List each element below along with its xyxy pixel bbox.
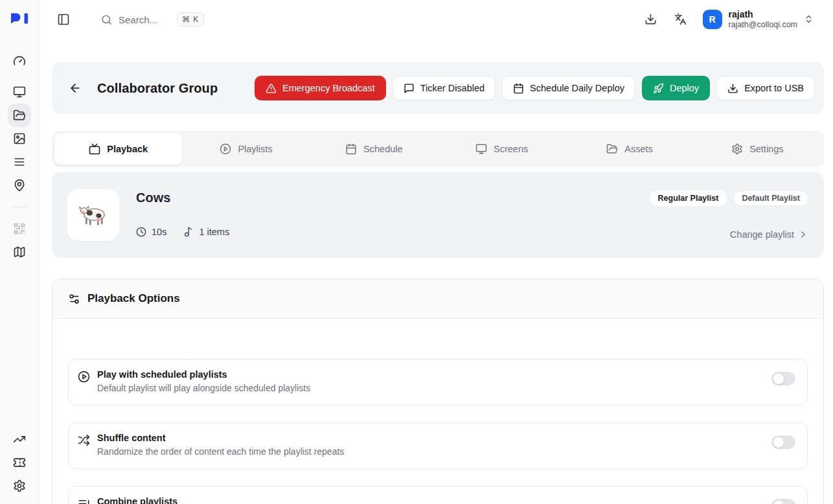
map-icon <box>13 246 26 258</box>
user-meta: rajath rajath@colloqi.com <box>729 9 797 30</box>
menu-list-icon <box>13 155 26 168</box>
tab-settings-label: Settings <box>749 144 783 154</box>
alert-triangle-icon <box>266 83 277 94</box>
toggle-knob <box>773 501 784 504</box>
folder-open-icon <box>13 109 26 122</box>
tab-screens-label: Screens <box>494 144 528 154</box>
current-playlist-card: Cows 10s 1 items Regular Playlist Defaul… <box>52 172 824 258</box>
playback-options-card: Playback Options Play with scheduled pla… <box>52 279 824 504</box>
playlist-duration: 10s <box>136 227 166 237</box>
monitor-icon <box>475 143 487 155</box>
playlist-duration-value: 10s <box>152 227 166 237</box>
toggle-combine-playlists[interactable] <box>771 499 795 504</box>
playback-options-title: Playback Options <box>87 292 180 305</box>
toggle-shuffle-content[interactable] <box>771 435 795 449</box>
clock-icon <box>136 227 146 237</box>
option-description: Default playlist will play alongside sch… <box>97 383 310 393</box>
regular-playlist-badge: Regular Playlist <box>650 190 727 206</box>
sidebar-divider <box>11 207 28 207</box>
sidebar-toggle-button[interactable] <box>52 8 75 31</box>
export-to-usb-label: Export to USB <box>744 83 804 93</box>
playlist-card-right: Regular Playlist Default Playlist Change… <box>650 189 808 241</box>
sidebar-item-dashboard[interactable] <box>8 49 31 73</box>
option-texts: Shuffle content Randomize the order of c… <box>97 433 344 457</box>
playlist-item-count: 1 items <box>183 227 229 237</box>
tab-playback[interactable]: Playback <box>54 133 182 165</box>
search-input[interactable] <box>119 14 170 25</box>
shuffle-icon <box>78 434 90 446</box>
page-header: Collaborator Group Emergency Broadcast T… <box>52 62 824 114</box>
option-play-with-scheduled: Play with scheduled playlists Default pl… <box>68 359 808 406</box>
download-icon <box>645 13 657 25</box>
option-title: Shuffle content <box>97 433 344 443</box>
option-title: Play with scheduled playlists <box>97 369 310 380</box>
sidebar-item-groups[interactable] <box>8 104 31 127</box>
option-title: Combine playlists <box>97 496 177 504</box>
top-bar-actions: R rajath rajath@colloqi.com <box>639 6 817 32</box>
sidebar-item-map[interactable] <box>8 240 31 264</box>
back-button[interactable] <box>63 76 87 100</box>
sidebar-item-tickets[interactable] <box>8 451 31 474</box>
sidebar-item-qr[interactable] <box>8 217 31 240</box>
default-playlist-badge: Default Playlist <box>733 190 808 206</box>
tab-playlists-label: Playlists <box>238 144 272 154</box>
sidebar-item-settings[interactable] <box>8 474 31 498</box>
top-bar-main: ⌘ K R rajath rajath@colloqi.com <box>39 0 833 39</box>
list-end-icon <box>78 498 90 504</box>
playlist-item-count-value: 1 items <box>199 227 229 237</box>
tab-settings[interactable]: Settings <box>694 133 821 165</box>
tv-icon <box>89 143 100 155</box>
option-description: Randomize the order of content each time… <box>97 446 344 457</box>
deploy-label: Deploy <box>670 83 699 93</box>
sliders-icon <box>68 293 80 305</box>
map-pin-icon <box>13 179 26 192</box>
sidebar-item-locations[interactable] <box>8 174 31 197</box>
tab-assets[interactable]: Assets <box>565 133 693 165</box>
language-button[interactable] <box>669 8 692 31</box>
option-combine-playlists: Combine playlists <box>68 486 808 504</box>
sidebar-item-screens[interactable] <box>8 80 31 104</box>
sidebar-item-analytics[interactable] <box>8 428 31 451</box>
tab-bar: Playback Playlists Schedule Screens Asse… <box>52 131 824 167</box>
play-circle-icon <box>220 143 231 155</box>
top-bar: ⌘ K R rajath rajath@colloqi.com <box>0 0 833 39</box>
ticker-disabled-button[interactable]: Ticker Disabled <box>393 76 496 100</box>
gauge-icon <box>13 54 26 67</box>
playlist-title: Cows <box>136 190 229 205</box>
app-logo[interactable] <box>0 0 39 39</box>
playback-options-body: Play with scheduled playlists Default pl… <box>52 319 823 504</box>
deploy-button[interactable]: Deploy <box>642 76 710 100</box>
user-menu[interactable]: R rajath rajath@colloqi.com <box>699 6 817 32</box>
gear-icon <box>731 143 743 155</box>
option-texts: Combine playlists <box>97 496 177 504</box>
user-name: rajath <box>729 9 797 20</box>
schedule-daily-deploy-button[interactable]: Schedule Daily Deploy <box>502 76 635 100</box>
avatar: R <box>703 10 722 29</box>
ticker-disabled-label: Ticker Disabled <box>420 83 485 93</box>
change-playlist-link[interactable]: Change playlist <box>730 229 808 240</box>
image-icon <box>13 132 26 145</box>
emergency-broadcast-button[interactable]: Emergency Broadcast <box>255 76 386 100</box>
playlist-thumbnail <box>67 189 119 241</box>
main-content: Collaborator Group Emergency Broadcast T… <box>39 39 833 504</box>
header-actions: Emergency Broadcast Ticker Disabled Sche… <box>255 76 815 100</box>
toggle-play-with-scheduled[interactable] <box>771 372 795 385</box>
sidebar-item-media[interactable] <box>8 127 31 150</box>
tab-playlists[interactable]: Playlists <box>182 133 310 165</box>
export-download-icon <box>727 83 738 94</box>
playlist-meta: 10s 1 items <box>136 227 229 237</box>
page-title: Collaborator Group <box>97 81 218 96</box>
search-bar[interactable]: ⌘ K <box>101 12 204 27</box>
toggle-knob <box>773 437 784 448</box>
sidebar-item-playlists[interactable] <box>8 150 31 174</box>
download-button[interactable] <box>639 8 663 31</box>
tab-schedule[interactable]: Schedule <box>310 133 438 165</box>
playlist-badges: Regular Playlist Default Playlist <box>650 190 808 206</box>
ticket-icon <box>13 456 26 469</box>
playlist-info: Cows 10s 1 items <box>136 189 229 241</box>
chevron-right-icon <box>798 229 808 240</box>
export-to-usb-button[interactable]: Export to USB <box>716 76 815 100</box>
schedule-daily-deploy-label: Schedule Daily Deploy <box>530 83 624 93</box>
tab-screens[interactable]: Screens <box>438 133 565 165</box>
user-email: rajath@colloqi.com <box>729 20 797 30</box>
